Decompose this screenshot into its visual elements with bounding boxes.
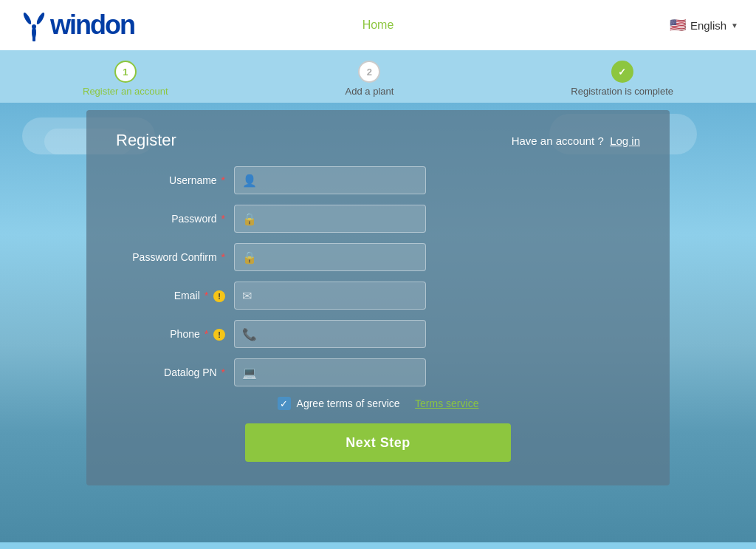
password-confirm-required: * xyxy=(221,251,225,263)
step-1: 1 Register an account xyxy=(83,61,168,97)
user-icon: 👤 xyxy=(242,174,257,188)
phone-input[interactable] xyxy=(261,328,418,340)
password-input-wrapper[interactable]: 🔒 xyxy=(234,205,426,233)
phone-label: Phone * ! xyxy=(116,328,234,341)
email-input-wrapper[interactable]: ✉ xyxy=(234,282,426,310)
chevron-down-icon: ▼ xyxy=(731,21,738,30)
datalog-required: * xyxy=(221,366,225,378)
flag-icon: 🇺🇸 xyxy=(670,17,686,33)
lock-confirm-icon: 🔒 xyxy=(242,250,257,265)
language-selector[interactable]: 🇺🇸 English ▼ xyxy=(670,17,738,33)
datalog-icon: 💻 xyxy=(242,366,257,380)
stepper: 1 Register an account 2 Add a plant ✓ Re… xyxy=(83,61,673,97)
step-3-circle: ✓ xyxy=(611,61,633,83)
main-background: Register Have an account ? Log in Userna… xyxy=(0,103,756,542)
password-required: * xyxy=(221,213,225,225)
step-1-label: Register an account xyxy=(83,86,168,97)
language-label: English xyxy=(690,19,726,32)
password-confirm-label: Password Confirm * xyxy=(116,251,234,263)
step-3: ✓ Registration is complete xyxy=(571,61,673,97)
email-row: Email * ! ✉ xyxy=(116,282,640,310)
lock-icon: 🔒 xyxy=(242,212,257,226)
agree-row: ✓ Agree terms of service Terms service xyxy=(116,397,640,410)
have-account-text: Have an account ? Log in xyxy=(512,134,640,147)
phone-icon: 📞 xyxy=(242,327,257,341)
password-label: Password * xyxy=(116,213,234,225)
password-row: Password * 🔒 xyxy=(116,205,640,233)
step-2-label: Add a plant xyxy=(346,86,394,97)
logo-text: windon xyxy=(50,10,134,41)
phone-input-wrapper[interactable]: 📞 xyxy=(234,320,426,348)
svg-point-3 xyxy=(35,12,46,26)
login-link[interactable]: Log in xyxy=(610,134,640,147)
username-required: * xyxy=(221,174,225,186)
svg-point-4 xyxy=(32,26,36,39)
password-confirm-input-wrapper[interactable]: 🔒 xyxy=(234,243,426,271)
next-step-wrapper: Next Step xyxy=(116,423,640,462)
datalog-input[interactable] xyxy=(261,366,418,378)
stepper-section: 1 Register an account 2 Add a plant ✓ Re… xyxy=(0,50,756,103)
register-form-card: Register Have an account ? Log in Userna… xyxy=(86,110,670,485)
password-confirm-row: Password Confirm * 🔒 xyxy=(116,243,640,271)
form-header: Register Have an account ? Log in xyxy=(116,131,640,150)
phone-info-icon[interactable]: ! xyxy=(213,329,225,341)
username-label: Username * xyxy=(116,174,234,186)
step-1-circle: 1 xyxy=(114,61,137,83)
svg-point-2 xyxy=(22,12,32,26)
agree-checkbox[interactable]: ✓ xyxy=(278,397,291,410)
terms-link[interactable]: Terms service xyxy=(415,398,478,409)
email-label: Email * ! xyxy=(116,290,234,302)
password-confirm-input[interactable] xyxy=(261,251,418,263)
email-icon: ✉ xyxy=(242,289,252,303)
phone-required: * xyxy=(205,328,208,340)
logo-icon xyxy=(18,7,50,43)
username-input-wrapper[interactable]: 👤 xyxy=(234,166,426,194)
email-required: * xyxy=(205,290,208,301)
nav-home-link[interactable]: Home xyxy=(362,18,394,32)
header: windon Home 🇺🇸 English ▼ xyxy=(0,0,756,50)
agree-text: Agree terms of service xyxy=(297,398,400,409)
email-info-icon[interactable]: ! xyxy=(213,290,225,302)
username-input[interactable] xyxy=(261,174,418,186)
phone-row: Phone * ! 📞 xyxy=(116,320,640,348)
password-input[interactable] xyxy=(261,213,418,225)
step-3-label: Registration is complete xyxy=(571,86,673,97)
next-step-button[interactable]: Next Step xyxy=(245,423,511,462)
step-2: 2 Add a plant xyxy=(346,61,394,97)
datalog-label: Datalog PN * xyxy=(116,366,234,378)
logo: windon xyxy=(18,7,134,43)
email-input[interactable] xyxy=(256,290,418,301)
datalog-row: Datalog PN * 💻 xyxy=(116,358,640,386)
datalog-input-wrapper[interactable]: 💻 xyxy=(234,358,426,386)
form-title: Register xyxy=(116,131,176,150)
username-row: Username * 👤 xyxy=(116,166,640,194)
step-2-circle: 2 xyxy=(358,61,380,83)
